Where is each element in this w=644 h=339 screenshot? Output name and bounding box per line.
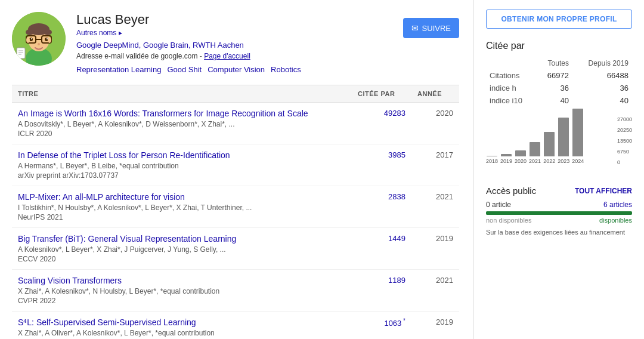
access-all-link[interactable]: TOUT AFFICHER: [575, 187, 632, 195]
col-title: TITRE: [12, 85, 352, 103]
interest-good-shit[interactable]: Good Shit: [167, 65, 202, 74]
stats-col-label: [486, 57, 536, 69]
y-axis-labels: 27000 20250 13500 6750 0: [617, 116, 632, 165]
label-disponibles: disponibles: [599, 217, 632, 224]
paper-venue: arXiv preprint arXiv:1703.07737: [18, 171, 346, 180]
bar-wrapper: 2022: [543, 132, 555, 164]
paper-title-link[interactable]: Scaling Vision Transformers: [18, 276, 346, 285]
stats-row: Citations 66972 66488: [486, 69, 632, 82]
homepage-link[interactable]: Page d'accueil: [204, 52, 250, 60]
stats-col-depuis2019: Depuis 2019: [572, 57, 632, 69]
label-non-disponibles: non disponibles: [486, 217, 531, 224]
paper-venue: NeurIPS 2021: [18, 213, 346, 221]
paper-title-link[interactable]: MLP-Mixer: An all-MLP architecture for v…: [18, 192, 346, 202]
paper-citations: 49283: [352, 103, 411, 144]
paper-citations: 1063 *: [352, 312, 411, 340]
paper-authors: A Dosovitskiy*, L Beyer*, A Kolesnikov*,…: [18, 120, 346, 128]
svg-point-6: [44, 29, 52, 35]
svg-rect-17: [17, 48, 25, 58]
bar: [572, 109, 583, 156]
stat-depuis2019: 66488: [572, 69, 632, 82]
paper-year: 2020: [411, 103, 459, 144]
stats-row: indice h 36 36: [486, 82, 632, 94]
table-row: In Defense of the Triplet Loss for Perso…: [12, 144, 459, 186]
other-names-link[interactable]: Autres noms ▸: [76, 29, 392, 37]
svg-point-13: [47, 38, 48, 39]
access-header: Accès public TOUT AFFICHER: [486, 186, 632, 196]
access-bar-fill: [486, 211, 632, 215]
stats-table: Toutes Depuis 2019 Citations 66972 66488…: [486, 57, 632, 107]
paper-citations: 1189: [352, 270, 411, 312]
stat-label: indice i10: [486, 94, 536, 107]
table-row: Big Transfer (BiT): General Visual Repre…: [12, 228, 459, 270]
paper-authors: I Tolstikhin*, N Houlsby*, A Kolesnikov*…: [18, 204, 346, 212]
paper-title-link[interactable]: S⁴L: Self-Supervised Semi-Supervised Lea…: [18, 318, 346, 327]
profile-info: Lucas Beyer Autres noms ▸ Google DeepMin…: [76, 12, 392, 74]
interest-robotics[interactable]: Robotics: [271, 65, 301, 74]
profile-header: Lucas Beyer Autres noms ▸ Google DeepMin…: [12, 12, 459, 74]
access-count-left: 0 article: [486, 201, 511, 209]
paper-venue: ICLR 2020: [18, 130, 346, 138]
bar-wrapper: 2018: [486, 156, 498, 164]
follow-button[interactable]: ✉ SUIVRE: [403, 18, 459, 38]
bar: [530, 142, 540, 156]
bar-wrapper: 2021: [529, 142, 541, 164]
paper-authors: X Zhai*, A Oliver*, A Kolesnikov*, L Bey…: [18, 329, 346, 337]
paper-title-link[interactable]: An Image is Worth 16x16 Words: Transform…: [18, 109, 346, 118]
bar-year-label: 2019: [500, 158, 512, 164]
bar-chart-bars: 2018 2019 2020 2021 2022 2023 2024: [486, 116, 584, 176]
bar: [558, 118, 569, 156]
access-count-right: 6 articles: [603, 201, 632, 209]
stat-depuis2019: 36: [572, 82, 632, 94]
paper-year: 2019: [411, 228, 459, 270]
interest-computer-vision[interactable]: Computer Vision: [208, 65, 265, 74]
paper-year: 2019: [411, 312, 459, 340]
access-title: Accès public: [486, 186, 536, 196]
col-year: ANNÉE: [411, 85, 459, 103]
svg-point-16: [48, 37, 51, 43]
affiliation: Google DeepMind, Google Brain, RWTH Aach…: [76, 41, 392, 50]
stat-toutes: 40: [536, 94, 572, 107]
stat-depuis2019: 40: [572, 94, 632, 107]
affiliation-link[interactable]: Google DeepMind, Google Brain, RWTH Aach…: [76, 41, 244, 50]
bar-year-label: 2021: [529, 158, 541, 164]
bar-wrapper: 2023: [558, 118, 569, 164]
stat-toutes: 66972: [536, 69, 572, 82]
stat-toutes: 36: [536, 82, 572, 94]
access-bar-row: 0 article 6 articles: [486, 201, 632, 209]
bar-year-label: 2022: [543, 158, 555, 164]
access-labels-row: non disponibles disponibles: [486, 217, 632, 224]
paper-title-link[interactable]: Big Transfer (BiT): General Visual Repre…: [18, 234, 346, 244]
cited-by-section: Citée par Toutes Depuis 2019 Citations 6…: [486, 41, 632, 176]
stat-label: indice h: [486, 82, 536, 94]
access-progress-bar: [486, 211, 632, 215]
bar-year-label: 2024: [572, 158, 584, 164]
bar: [544, 132, 555, 156]
svg-point-14: [38, 43, 40, 45]
paper-authors: A Hermans*, L Beyer*, B Leibe, *equal co…: [18, 162, 346, 170]
bar-year-label: 2023: [558, 158, 569, 164]
email-line: Adresse e-mail validée de google.com - P…: [76, 52, 392, 60]
access-section: Accès public TOUT AFFICHER 0 article 6 a…: [486, 186, 632, 236]
interest-representation-learning[interactable]: Representation Learning: [76, 65, 161, 74]
bar-wrapper: 2019: [500, 154, 512, 164]
stat-label: Citations: [486, 69, 536, 82]
paper-citations: 3985: [352, 144, 411, 186]
obtain-profile-button[interactable]: OBTENIR MON PROPRE PROFIL: [486, 10, 632, 29]
bar-chart: 2018 2019 2020 2021 2022 2023 2024 27000…: [486, 116, 632, 176]
paper-venue: CVPR 2022: [18, 297, 346, 305]
bar: [487, 156, 497, 156]
paper-year: 2017: [411, 144, 459, 186]
bar-year-label: 2018: [486, 158, 498, 164]
table-row: An Image is Worth 16x16 Words: Transform…: [12, 103, 459, 144]
sidebar: OBTENIR MON PROPRE PROFIL Citée par Tout…: [474, 0, 644, 339]
svg-point-5: [26, 29, 34, 35]
paper-year: 2021: [411, 270, 459, 312]
paper-title-link[interactable]: In Defense of the Triplet Loss for Perso…: [18, 150, 346, 160]
svg-point-15: [26, 37, 30, 43]
stats-row: indice i10 40 40: [486, 94, 632, 107]
avatar: [12, 12, 66, 66]
col-citations: CITÉE PAR: [352, 85, 411, 103]
profile-name: Lucas Beyer: [76, 12, 392, 27]
citation-star: *: [401, 318, 405, 324]
